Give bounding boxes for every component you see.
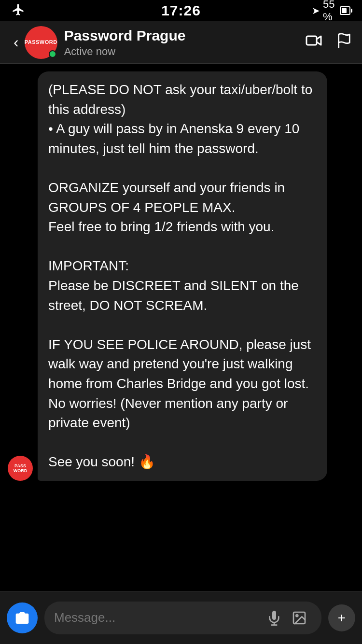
camera-button[interactable]	[7, 602, 38, 633]
input-bar: +	[0, 591, 362, 644]
message-input[interactable]	[54, 610, 262, 625]
battery-percent: 55 %	[323, 0, 337, 23]
camera-icon	[14, 610, 30, 626]
image-icon	[292, 610, 307, 626]
chat-area: PASSWORD (PLEASE DO NOT ask your taxi/ub…	[0, 64, 362, 591]
plus-button[interactable]: +	[328, 604, 355, 631]
airplane-indicator	[12, 3, 50, 18]
back-button[interactable]: ‹	[8, 29, 25, 55]
image-button[interactable]	[287, 605, 312, 630]
status-bar: 17:26 ➤ 55 %	[0, 0, 362, 21]
message-text: (PLEASE DO NOT ask your taxi/uber/bolt t…	[48, 82, 312, 469]
system-indicators: ➤ 55 %	[312, 0, 350, 23]
nav-actions	[303, 30, 354, 55]
contact-name: Password Prague	[64, 27, 303, 44]
clock: 17:26	[161, 2, 201, 19]
battery-icon	[340, 6, 350, 15]
location-icon: ➤	[312, 5, 320, 16]
svg-point-5	[296, 615, 298, 616]
sender-avatar-text: PASSWORD	[14, 463, 28, 473]
mic-button[interactable]	[262, 605, 287, 630]
airplane-icon	[12, 10, 25, 18]
mic-icon	[266, 610, 282, 626]
svg-rect-0	[306, 36, 317, 45]
online-indicator	[49, 50, 56, 58]
nav-bar: ‹ PASSWORD Password Prague Active now	[0, 21, 362, 64]
plus-icon: +	[338, 610, 346, 626]
flag-button[interactable]	[334, 30, 354, 54]
avatar[interactable]: PASSWORD	[25, 26, 57, 59]
sender-avatar: PASSWORD	[8, 456, 33, 481]
video-call-button[interactable]	[303, 30, 324, 55]
message-bubble: (PLEASE DO NOT ask your taxi/uber/bolt t…	[38, 71, 327, 481]
contact-status: Active now	[64, 45, 303, 58]
message-container: PASSWORD (PLEASE DO NOT ask your taxi/ub…	[0, 70, 362, 483]
message-input-wrap	[44, 602, 321, 634]
contact-info: Password Prague Active now	[64, 27, 303, 58]
avatar-text: PASSWORD	[25, 39, 57, 45]
